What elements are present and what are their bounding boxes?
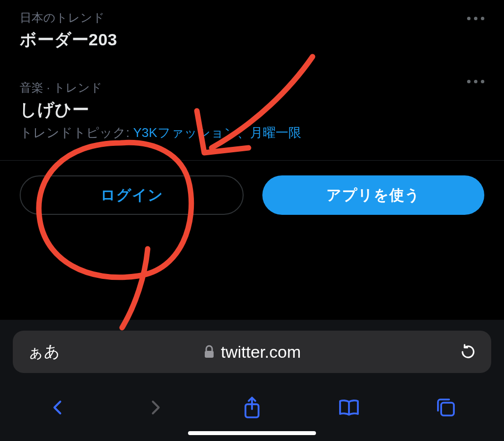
- login-button[interactable]: ログイン: [20, 175, 244, 215]
- trend-more-button[interactable]: [464, 76, 484, 86]
- trend-topics-prefix: トレンドトピック:: [20, 125, 129, 140]
- tabs-icon: [436, 397, 456, 418]
- browser-chrome: ぁあ twitter.com: [0, 320, 504, 441]
- tabs-button[interactable]: [430, 392, 462, 423]
- lock-icon: [203, 345, 215, 359]
- bookmarks-button[interactable]: [333, 392, 365, 423]
- trend-topic-link[interactable]: Y3Kファッション: [133, 125, 237, 140]
- reload-icon: [460, 343, 476, 360]
- login-button-label: ログイン: [100, 185, 163, 205]
- aa-label: ぁあ: [28, 342, 60, 360]
- url-text: twitter.com: [221, 342, 301, 362]
- share-icon: [242, 396, 262, 419]
- svg-rect-0: [205, 351, 214, 358]
- topic-separator: 、: [237, 125, 250, 140]
- trend-item[interactable]: 音楽 · トレンド しげひー トレンドトピック: Y3Kファッション、月曜一限: [0, 63, 504, 153]
- trend-title: ボーダー203: [20, 29, 484, 51]
- trend-category: 音楽 · トレンド: [20, 80, 484, 96]
- url-bar[interactable]: ぁあ twitter.com: [13, 331, 491, 373]
- text-size-button[interactable]: ぁあ: [28, 341, 60, 363]
- svg-rect-2: [441, 403, 454, 415]
- safari-toolbar: [0, 378, 504, 428]
- trend-title: しげひー: [20, 99, 484, 121]
- forward-button[interactable]: [139, 392, 171, 423]
- trend-category: 日本のトレンド: [20, 10, 484, 26]
- trend-topics: トレンドトピック: Y3Kファッション、月曜一限: [20, 124, 484, 141]
- chevron-right-icon: [146, 397, 164, 418]
- use-app-button[interactable]: アプリを使う: [262, 175, 484, 215]
- use-app-button-label: アプリを使う: [326, 185, 420, 205]
- chevron-left-icon: [49, 397, 67, 418]
- button-bar: ログイン アプリを使う: [0, 161, 504, 235]
- trend-item[interactable]: 日本のトレンド ボーダー203: [0, 0, 504, 63]
- home-indicator: [188, 431, 316, 435]
- back-button[interactable]: [42, 392, 74, 423]
- trend-more-button[interactable]: [464, 13, 484, 23]
- trend-topic-link[interactable]: 月曜一限: [250, 125, 301, 140]
- book-icon: [338, 398, 360, 417]
- share-button[interactable]: [236, 392, 268, 423]
- reload-button[interactable]: [460, 343, 476, 360]
